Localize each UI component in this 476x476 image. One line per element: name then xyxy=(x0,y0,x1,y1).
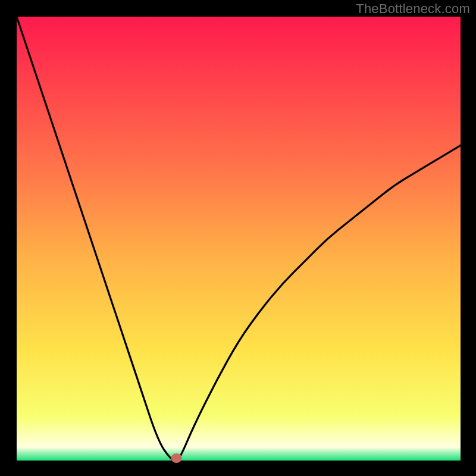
minimum-marker xyxy=(171,453,182,463)
watermark-text: TheBottleneck.com xyxy=(356,1,470,17)
bottleneck-chart xyxy=(0,0,476,476)
chart-viewport: TheBottleneck.com xyxy=(0,0,476,476)
chart-background-gradient xyxy=(17,17,461,461)
